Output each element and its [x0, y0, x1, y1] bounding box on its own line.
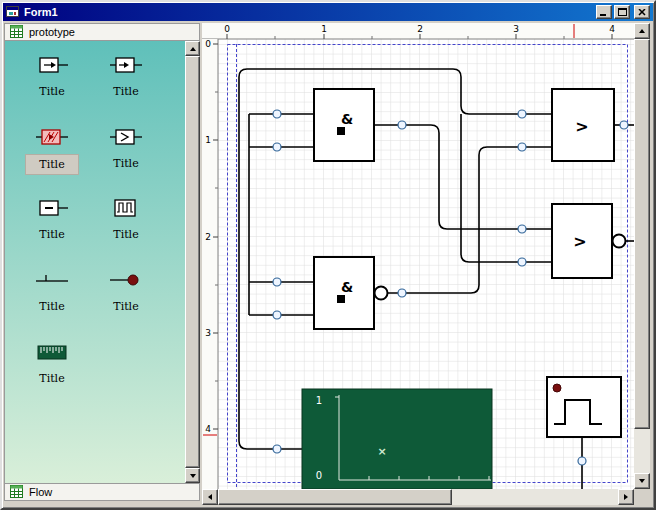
svg-text:1: 1 — [205, 135, 211, 145]
scroll-right-button[interactable] — [618, 489, 634, 505]
connection-point[interactable] — [273, 143, 281, 151]
down-arrow-icon — [190, 474, 196, 478]
scroll-down-button[interactable] — [185, 468, 200, 483]
svg-text:>: > — [573, 232, 586, 251]
scope-marker: × — [377, 445, 386, 458]
palette-item[interactable]: Title — [90, 122, 162, 171]
connection-point[interactable] — [273, 278, 281, 286]
up-arrow-icon — [190, 47, 196, 51]
scrollbar-thumb[interactable] — [634, 39, 650, 429]
pulse-box-icon — [106, 193, 146, 223]
down-arrow-icon — [639, 479, 645, 483]
connection-point[interactable] — [273, 445, 281, 453]
left-arrow-icon — [208, 494, 212, 500]
canvas-area: & & > > 1 — [202, 23, 650, 505]
palette-item[interactable]: Title — [90, 193, 162, 242]
minimize-icon — [600, 9, 608, 16]
status-dot — [553, 384, 561, 392]
scope-icon — [32, 337, 72, 367]
palette-item-label: Title — [25, 154, 78, 175]
wire-segment-icon — [32, 265, 72, 295]
compare-box-icon — [106, 122, 146, 152]
scrollbar-thumb[interactable] — [218, 489, 452, 505]
svg-text:2: 2 — [205, 232, 211, 242]
svg-text:&: & — [341, 111, 353, 127]
palette-item-label: Title — [39, 372, 64, 385]
palette-scrollbar[interactable] — [185, 41, 200, 483]
window: Form1 prototype — [0, 0, 656, 510]
svg-text:0: 0 — [224, 24, 230, 34]
svg-text:3: 3 — [513, 24, 519, 34]
component-palette: Title Title Title — [4, 41, 185, 483]
palette-item[interactable]: Title — [16, 50, 88, 99]
scroll-up-button[interactable] — [634, 23, 650, 39]
palette-item-label: Title — [113, 228, 138, 241]
invert-bubble — [613, 235, 626, 248]
connection-point[interactable] — [398, 289, 406, 297]
scrollbar-thumb[interactable] — [185, 56, 200, 468]
svg-text:2: 2 — [417, 24, 423, 34]
up-arrow-icon — [639, 29, 645, 33]
window-title: Form1 — [24, 6, 58, 18]
app-icon — [6, 5, 20, 19]
svg-text:&: & — [341, 279, 353, 295]
connection-point[interactable] — [578, 457, 586, 465]
right-arrow-icon — [624, 494, 628, 500]
connection-point[interactable] — [518, 225, 526, 233]
scroll-left-button[interactable] — [202, 489, 218, 505]
scroll-up-button[interactable] — [185, 41, 200, 56]
v-ruler: 0 1 2 3 4 — [202, 39, 218, 489]
maximize-button[interactable] — [614, 5, 630, 19]
flow-tab-label: Flow — [29, 486, 52, 498]
palette-item[interactable]: Title — [90, 50, 162, 99]
canvas-h-scrollbar[interactable] — [202, 489, 634, 505]
connection-point[interactable] — [518, 110, 526, 118]
palette-header-label: prototype — [29, 26, 75, 38]
svg-text:4: 4 — [205, 424, 211, 434]
palette-item-selected[interactable]: Title — [16, 122, 88, 175]
gate-state-square — [337, 295, 345, 303]
palette-item-label: Title — [39, 85, 64, 98]
node-dot-icon — [106, 265, 146, 295]
palette-item[interactable]: Title — [90, 265, 162, 314]
and-gate-top[interactable]: & — [314, 89, 374, 161]
palette-item-label: Title — [113, 85, 138, 98]
canvas-v-scrollbar[interactable] — [634, 23, 650, 489]
connection-point[interactable] — [518, 258, 526, 266]
flow-tab[interactable]: Flow — [4, 483, 200, 501]
schematic-canvas[interactable]: & & > > 1 — [202, 23, 634, 489]
connection-point[interactable] — [518, 143, 526, 151]
pulse-source[interactable] — [547, 377, 621, 437]
maximize-icon — [618, 8, 627, 16]
connection-point[interactable] — [273, 311, 281, 319]
grid-table-icon — [10, 485, 24, 499]
connection-point[interactable] — [620, 121, 628, 129]
invert-bubble — [375, 287, 388, 300]
palette-item-label: Title — [39, 228, 64, 241]
scope-display[interactable]: 1 0 × — [302, 389, 492, 489]
close-button[interactable] — [634, 5, 650, 19]
source-box-icon — [32, 50, 72, 80]
svg-text:0: 0 — [205, 39, 211, 49]
connection-point[interactable] — [273, 110, 281, 118]
svg-text:1: 1 — [321, 24, 327, 34]
svg-text:4: 4 — [609, 24, 615, 34]
sidebar: prototype Title Title — [4, 23, 200, 501]
close-icon — [638, 9, 646, 16]
gate-state-square — [337, 127, 345, 135]
highlighted-box-icon — [32, 122, 72, 152]
palette-header-tab[interactable]: prototype — [4, 23, 200, 41]
window-controls — [596, 5, 650, 19]
or-gate-top[interactable]: > — [552, 89, 614, 161]
scope-bottom-label: 0 — [316, 470, 322, 481]
palette-item[interactable]: Title — [16, 193, 88, 242]
scroll-down-button[interactable] — [634, 473, 650, 489]
minimize-button[interactable] — [596, 5, 612, 19]
palette-item[interactable]: Title — [16, 265, 88, 314]
palette-item[interactable]: Title — [16, 337, 88, 386]
scope-top-label: 1 — [316, 395, 322, 406]
const-box-icon — [32, 193, 72, 223]
title-bar[interactable]: Form1 — [3, 3, 653, 21]
connection-point[interactable] — [398, 121, 406, 129]
palette-item-label: Title — [113, 300, 138, 313]
